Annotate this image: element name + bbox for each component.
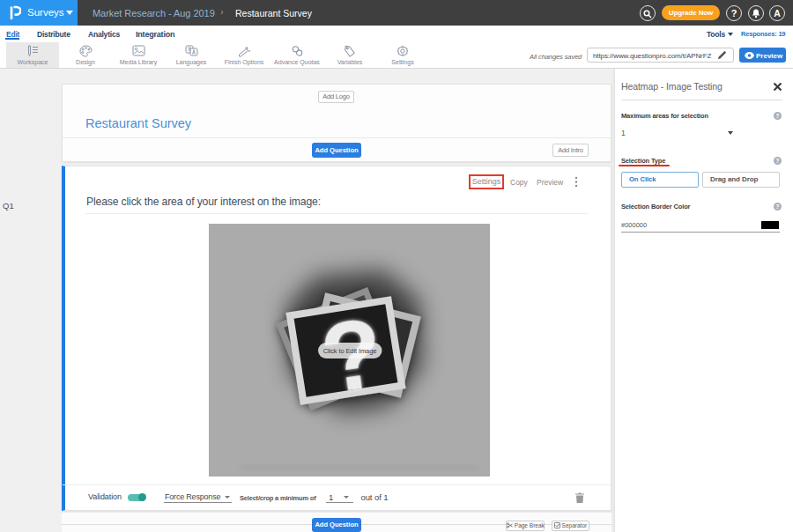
svg-text:Click to Edit Image: Click to Edit Image xyxy=(323,347,377,355)
